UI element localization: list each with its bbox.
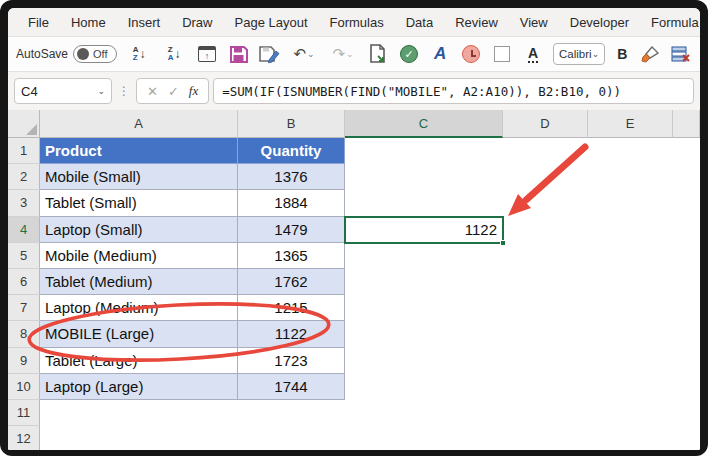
empty-cells[interactable] xyxy=(345,190,700,216)
underline-a-icon[interactable]: A xyxy=(522,43,544,65)
cell-b5[interactable]: 1365 xyxy=(238,243,345,269)
cell-a6[interactable]: Tablet (Medium) xyxy=(40,269,238,295)
menu-page-layout[interactable]: Page Layout xyxy=(225,12,318,33)
row-header[interactable]: 3 xyxy=(8,190,40,216)
cell-b8[interactable]: 1122 xyxy=(238,321,345,347)
cell-a7[interactable]: Laptop (Medium) xyxy=(40,295,238,321)
save-as-icon[interactable] xyxy=(258,43,280,65)
row-header[interactable]: 1 xyxy=(8,138,40,164)
cell-a4[interactable]: Laptop (Small) xyxy=(40,217,238,243)
cell-b10[interactable]: 1744 xyxy=(238,374,345,400)
delete-rows-icon[interactable] xyxy=(670,43,692,65)
fill-handle[interactable] xyxy=(500,240,506,246)
menu-data[interactable]: Data xyxy=(396,12,443,33)
empty-cells[interactable] xyxy=(345,243,700,269)
column-header-partial[interactable] xyxy=(673,110,700,138)
blank-square-icon[interactable] xyxy=(491,43,513,65)
cell-a1[interactable]: Product xyxy=(40,138,238,164)
menu-review[interactable]: Review xyxy=(445,12,508,33)
toggle-knob-icon xyxy=(77,48,89,60)
switch-windows-icon[interactable]: ↑ xyxy=(196,43,218,65)
cell-a12[interactable] xyxy=(40,426,238,450)
column-header-d[interactable]: D xyxy=(503,110,588,138)
cell-a10[interactable]: Laptop (Large) xyxy=(40,374,238,400)
row-header[interactable]: 12 xyxy=(8,426,40,450)
save-icon[interactable] xyxy=(227,43,249,65)
menu-developer[interactable]: Developer xyxy=(560,12,639,33)
drag-handle-icon: ⋮ xyxy=(116,84,132,98)
column-header-a[interactable]: A xyxy=(40,110,238,138)
undo-icon[interactable]: ↶⌄ xyxy=(289,43,319,65)
format-painter-icon[interactable] xyxy=(639,43,661,65)
empty-cells[interactable] xyxy=(345,269,700,295)
insert-function-icon[interactable]: fx xyxy=(189,83,198,99)
select-all-corner[interactable] xyxy=(8,110,40,138)
menu-insert[interactable]: Insert xyxy=(118,12,171,33)
row-header[interactable]: 7 xyxy=(8,295,40,321)
cell-b3[interactable]: 1884 xyxy=(238,190,345,216)
row-header-selected[interactable]: 4 xyxy=(8,217,40,243)
grid-body[interactable]: 1 Product Quantity 2 Mobile (Small) 1376… xyxy=(8,138,700,450)
empty-cells[interactable] xyxy=(345,321,700,347)
empty-cells[interactable] xyxy=(345,138,700,164)
column-header-e[interactable]: E xyxy=(588,110,673,138)
row-header[interactable]: 8 xyxy=(8,321,40,347)
cell-a3[interactable]: Tablet (Small) xyxy=(40,190,238,216)
row-header[interactable]: 9 xyxy=(8,348,40,374)
empty-cells[interactable] xyxy=(345,348,700,374)
enter-icon[interactable]: ✓ xyxy=(168,84,179,99)
chevron-down-icon: ⌄ xyxy=(97,86,105,96)
autosave-toggle[interactable]: Off xyxy=(73,45,117,63)
empty-cells[interactable] xyxy=(345,400,700,426)
cell-a2[interactable]: Mobile (Small) xyxy=(40,164,238,190)
empty-cells[interactable] xyxy=(345,426,700,450)
cell-b12[interactable] xyxy=(238,426,345,450)
cell-b1[interactable]: Quantity xyxy=(238,138,345,164)
cell-b9[interactable]: 1723 xyxy=(238,348,345,374)
row-header[interactable]: 5 xyxy=(8,243,40,269)
selected-cell-c4[interactable]: 1122 xyxy=(344,216,504,244)
empty-cells[interactable] xyxy=(345,374,700,400)
empty-cells[interactable] xyxy=(345,164,700,190)
pointer-a-icon[interactable]: A xyxy=(429,43,451,65)
redo-icon[interactable]: ↷⌄ xyxy=(328,43,358,65)
sort-ascending-icon[interactable]: AZ ↓ xyxy=(126,43,152,65)
cell-b11[interactable] xyxy=(238,400,345,426)
column-header-c[interactable]: C xyxy=(345,110,503,138)
column-header-b[interactable]: B xyxy=(238,110,345,138)
menu-file[interactable]: File xyxy=(18,12,59,33)
cell-b7[interactable]: 1215 xyxy=(238,295,345,321)
menu-formulas[interactable]: Formulas xyxy=(320,12,394,33)
cancel-icon[interactable]: ✕ xyxy=(147,84,158,99)
formula-input[interactable]: =SUM(IF(ISNUMBER(FIND("MOBILE", A2:A10))… xyxy=(213,78,694,104)
name-box[interactable]: C4 ⌄ xyxy=(14,78,112,104)
worksheet[interactable]: A B C D E 1 Product Quantity 2 Mobile (S… xyxy=(8,110,700,450)
empty-cells[interactable] xyxy=(345,295,700,321)
cell-b2[interactable]: 1376 xyxy=(238,164,345,190)
table-row-9: 9 Tablet (Large) 1723 xyxy=(8,348,700,374)
table-row-3: 3 Tablet (Small) 1884 xyxy=(8,190,700,216)
font-name-dropdown[interactable]: Calibri ⌄ xyxy=(553,43,605,65)
cell-a11[interactable] xyxy=(40,400,238,426)
cell-b4[interactable]: 1479 xyxy=(238,217,345,243)
menu-formula-editor[interactable]: Formula Editor xyxy=(641,12,700,33)
table-row-8: 8 MOBILE (Large) 1122 xyxy=(8,321,700,347)
approve-check-icon[interactable]: ✓ xyxy=(398,43,420,65)
cell-a9[interactable]: Tablet (Large) xyxy=(40,348,238,374)
row-header[interactable]: 10 xyxy=(8,374,40,400)
sort-descending-icon[interactable]: ZA ↓ xyxy=(161,43,187,65)
row-header[interactable]: 6 xyxy=(8,269,40,295)
cell-a8[interactable]: MOBILE (Large) xyxy=(40,321,238,347)
menu-home[interactable]: Home xyxy=(61,12,116,33)
menu-draw[interactable]: Draw xyxy=(172,12,222,33)
menu-view[interactable]: View xyxy=(510,12,558,33)
name-box-value: C4 xyxy=(21,84,38,99)
new-file-icon[interactable] xyxy=(367,43,389,65)
autosave-control[interactable]: AutoSave Off xyxy=(16,45,117,63)
cell-b6[interactable]: 1762 xyxy=(238,269,345,295)
row-header[interactable]: 11 xyxy=(8,400,40,426)
bold-button[interactable]: B xyxy=(614,43,630,65)
cell-a5[interactable]: Mobile (Medium) xyxy=(40,243,238,269)
row-header[interactable]: 2 xyxy=(8,164,40,190)
clock-icon[interactable] xyxy=(460,43,482,65)
